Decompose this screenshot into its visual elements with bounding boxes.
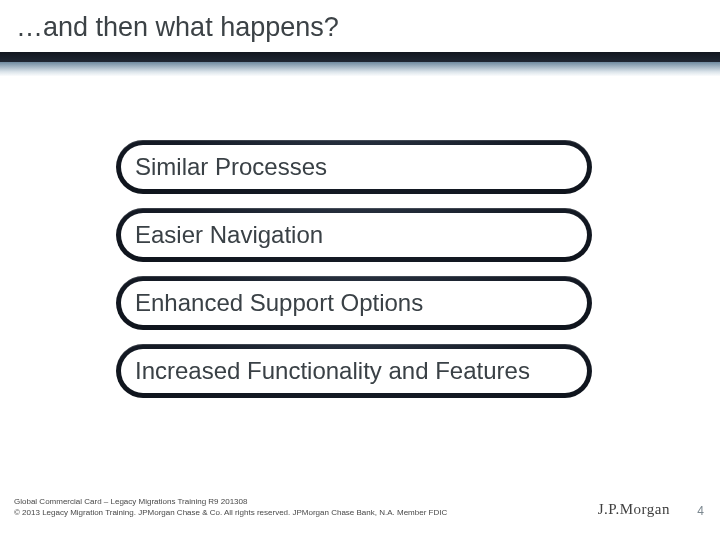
- jpmorgan-logo: J.P.Morgan: [598, 501, 670, 518]
- bar-easier-navigation: Easier Navigation: [116, 208, 592, 262]
- bar-inner: Easier Navigation: [121, 213, 587, 257]
- bar-inner: Similar Processes: [121, 145, 587, 189]
- bar-enhanced-support: Enhanced Support Options: [116, 276, 592, 330]
- slide-title: …and then what happens?: [16, 12, 339, 43]
- bar-label: Easier Navigation: [135, 221, 323, 249]
- bar-increased-functionality: Increased Functionality and Features: [116, 344, 592, 398]
- slide: …and then what happens? Similar Processe…: [0, 0, 720, 540]
- title-band-dark: [0, 52, 720, 62]
- logo-jp: J.P.: [598, 501, 620, 517]
- bar-label: Increased Functionality and Features: [135, 357, 530, 385]
- title-band-fade: [0, 62, 720, 76]
- title-band: …and then what happens?: [0, 0, 720, 80]
- bar-inner: Enhanced Support Options: [121, 281, 587, 325]
- bar-label: Enhanced Support Options: [135, 289, 423, 317]
- bar-label: Similar Processes: [135, 153, 327, 181]
- logo-morgan: Morgan: [620, 501, 670, 517]
- bar-inner: Increased Functionality and Features: [121, 349, 587, 393]
- content-bars: Similar Processes Easier Navigation Enha…: [116, 140, 592, 412]
- page-number: 4: [697, 504, 704, 518]
- bar-similar-processes: Similar Processes: [116, 140, 592, 194]
